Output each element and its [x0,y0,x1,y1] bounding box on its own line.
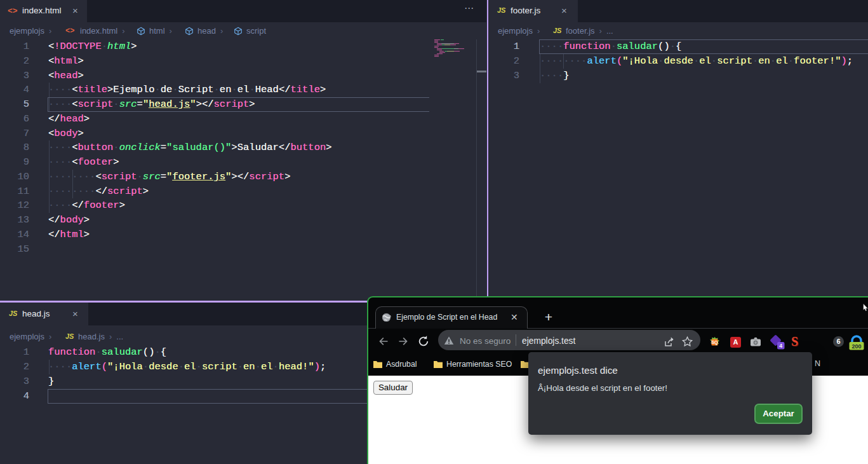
svg-text:200: 200 [851,343,861,350]
svg-text:4: 4 [779,343,782,349]
svg-text:SQ: SQ [711,339,718,345]
